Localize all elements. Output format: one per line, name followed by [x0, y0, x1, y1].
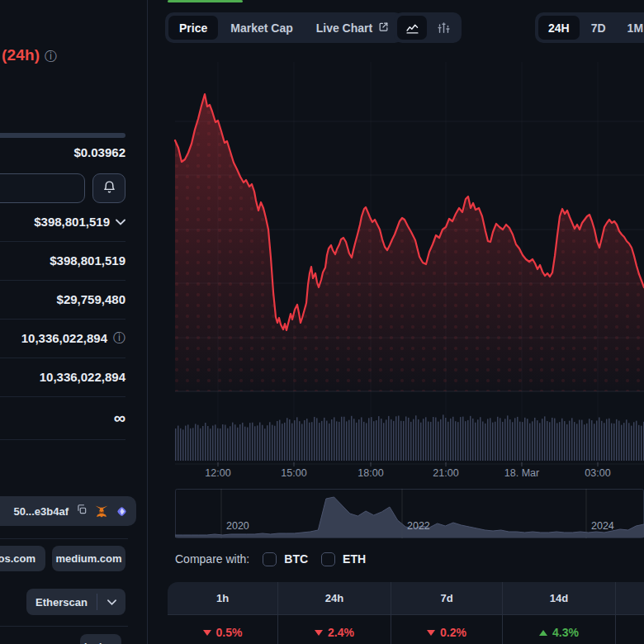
infinity-icon: ∞: [114, 409, 125, 428]
stat-value: 10,336,022,894: [40, 370, 125, 384]
range-label: 24H: [548, 21, 570, 35]
timeline-year-label: 2024: [591, 520, 614, 532]
divider: [0, 538, 128, 539]
btc-label: BTC: [284, 552, 308, 566]
line-chart-icon: [405, 21, 419, 35]
tab-label: Live Chart: [316, 21, 372, 35]
triangle-icon: [539, 630, 547, 636]
price-alert-field[interactable]: [0, 173, 85, 203]
stat-row-volume: $29,759,480: [0, 280, 125, 320]
compare-label: Compare with:: [175, 552, 249, 566]
timeline-year-label: 2020: [226, 520, 249, 532]
performance-header-row: 1h 24h 7d 14d: [168, 582, 644, 615]
x-axis-label: 18. Mar: [493, 467, 551, 479]
performance-value-row: 0.5% 2.4% 0.2% 4.3%: [168, 615, 644, 644]
chart-panel: Price Market Cap Live Chart 24H: [154, 0, 644, 644]
gem-wallet-icon[interactable]: [116, 505, 128, 518]
tab-market-cap[interactable]: Market Cap: [220, 16, 303, 40]
x-axis-label: 03:00: [569, 467, 627, 479]
external-link-icon: [378, 21, 389, 35]
compare-eth-option[interactable]: ETH: [321, 552, 366, 566]
medium-link-chip[interactable]: medium.com: [52, 546, 125, 571]
stat-row-market-cap: $398,801,519: [0, 202, 125, 242]
col-header-7d: 7d: [391, 582, 503, 615]
metamask-icon[interactable]: [95, 505, 108, 518]
range-1m[interactable]: 1M: [618, 16, 644, 40]
explorer-label: Etherscan: [26, 596, 97, 608]
daily-range-bar: [0, 133, 125, 138]
tab-live-chart[interactable]: Live Chart: [305, 16, 400, 40]
info-icon[interactable]: ⓘ: [113, 330, 125, 346]
tab-price[interactable]: Price: [168, 16, 218, 40]
range-label: 1M: [627, 21, 643, 35]
active-section-tab-indicator: [168, 0, 243, 2]
stat-row-fdv: $398,801,519: [0, 241, 125, 281]
copy-icon[interactable]: [76, 504, 88, 519]
candlestick-chart-icon: [437, 21, 451, 35]
range-high-value: $0.03962: [73, 145, 125, 159]
x-axis-label: 12:00: [189, 467, 247, 479]
website-link-label: ios.com: [0, 552, 36, 565]
compare-row: Compare with: BTC ETH: [175, 550, 366, 568]
price-change-24h-label: (24h) ⓘ: [2, 46, 57, 64]
timeline-year-label: 2022: [407, 520, 430, 532]
triangle-icon: [203, 630, 211, 636]
compare-btc-option[interactable]: BTC: [263, 552, 308, 566]
coin-page: (24h) ⓘ $0.03962 $398,801,519 $398,801,5…: [0, 0, 644, 644]
range-label: 7D: [591, 21, 606, 35]
change-14d: 4.3%: [539, 626, 579, 639]
change-1h: 0.5%: [203, 626, 243, 639]
medium-link-label: medium.com: [55, 552, 121, 565]
chevron-down-icon[interactable]: [116, 219, 125, 225]
x-axis-label: 21:00: [417, 467, 475, 479]
candlestick-chart-button[interactable]: [429, 16, 458, 40]
chevron-down-icon[interactable]: [97, 599, 125, 605]
col-header-14d: 14d: [503, 582, 616, 615]
stat-value: $398,801,519: [34, 215, 110, 229]
btc-checkbox[interactable]: [263, 552, 277, 566]
tab-label: Market Cap: [230, 21, 292, 35]
stat-row-total-supply: 10,336,022,894: [0, 358, 125, 397]
stat-value: $29,759,480: [57, 292, 125, 306]
stat-row-max-supply: ∞: [0, 396, 125, 440]
change-24h: 2.4%: [315, 626, 354, 639]
eth-label: ETH: [343, 552, 366, 566]
x-axis-label: 15:00: [265, 467, 323, 479]
tab-label: Price: [179, 21, 207, 35]
sidebar-divider: [147, 0, 148, 644]
contract-address-chip[interactable]: 50...e3b4af: [0, 496, 136, 526]
website-link-chip[interactable]: ios.com: [0, 546, 45, 571]
coin-stats-sidebar: (24h) ⓘ $0.03962 $398,801,519 $398,801,5…: [0, 0, 154, 644]
ledger-wallet-chip[interactable]: Ledger: [80, 634, 121, 644]
explorer-dropdown[interactable]: Etherscan: [26, 589, 125, 615]
stat-row-circulating-supply: 10,336,022,894 ⓘ: [0, 319, 125, 358]
stat-value: $398,801,519: [50, 253, 125, 268]
col-header-clipped: [616, 582, 644, 615]
chart-tabs: Price Market Cap Live Chart: [165, 12, 403, 43]
bell-icon: [102, 180, 116, 197]
range-24h[interactable]: 24H: [538, 16, 580, 40]
info-icon[interactable]: ⓘ: [45, 49, 57, 63]
contract-address: 50...e3b4af: [14, 505, 69, 518]
eth-checkbox[interactable]: [321, 552, 335, 566]
line-chart-button[interactable]: [397, 16, 427, 40]
col-header-1h: 1h: [168, 582, 278, 615]
change-7d: 0.2%: [427, 626, 466, 639]
triangle-icon: [315, 630, 323, 636]
triangle-icon: [427, 630, 435, 636]
divider: [0, 626, 128, 627]
chart-type-toggle: [394, 12, 462, 43]
time-range-selector: 24H 7D 1M: [535, 12, 644, 43]
stat-value: 10,336,022,894: [21, 331, 107, 345]
x-axis-label: 18:00: [342, 467, 400, 479]
alert-bell-button[interactable]: [92, 173, 125, 203]
col-header-24h: 24h: [278, 582, 391, 615]
range-7d[interactable]: 7D: [581, 16, 616, 40]
performance-table: 1h 24h 7d 14d 0.5% 2.4% 0.2% 4.3%: [168, 582, 644, 644]
